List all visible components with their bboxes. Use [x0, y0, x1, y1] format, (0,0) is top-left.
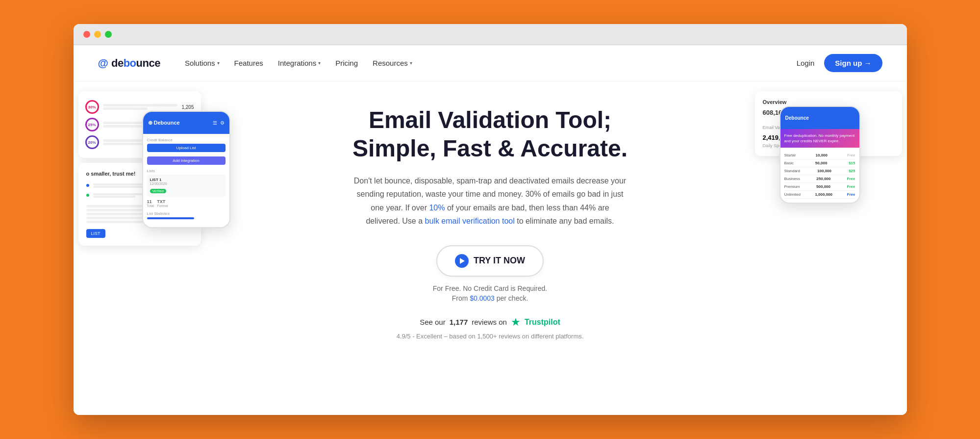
price-link[interactable]: $0.0003 [470, 294, 495, 302]
logo-icon: @ [98, 57, 108, 70]
logo-text: debounce [111, 57, 160, 70]
free-note: For Free. No Credit Card is Required. [270, 284, 711, 292]
play-triangle-icon [460, 258, 465, 264]
chevron-down-icon: ▾ [217, 60, 220, 66]
maximize-button-icon[interactable] [105, 31, 112, 38]
nav-item-solutions[interactable]: Solutions ▾ [185, 59, 220, 67]
minimize-button-icon[interactable] [94, 31, 101, 38]
price-note: From $0.0003 per check. [270, 294, 711, 302]
nav-item-resources[interactable]: Resources ▾ [373, 59, 412, 67]
nav-item-pricing[interactable]: Pricing [335, 59, 358, 67]
nav-actions: Login Sign up → [797, 54, 882, 72]
chevron-down-icon: ▾ [410, 60, 412, 66]
hero-title: Email Validation Tool; Simple, Fast & Ac… [270, 106, 711, 162]
trustpilot-logo: Trustpilot [525, 318, 560, 327]
close-button-icon[interactable] [83, 31, 90, 38]
nav-links: Solutions ▾ Features Integrations ▾ Pric… [185, 59, 797, 67]
play-icon [455, 254, 469, 268]
hero-description: Don't let bounce, disposable, spam-trap … [353, 174, 628, 228]
hero-center: Email Validation Tool; Simple, Fast & Ac… [74, 106, 907, 340]
logo[interactable]: @ debounce [98, 57, 160, 70]
trustpilot-star-icon: ★ [511, 316, 521, 329]
review-count: 1,177 [450, 318, 468, 326]
trustpilot-row: See our 1,177 reviews on ★ Trustpilot [270, 316, 711, 329]
signup-button[interactable]: Sign up → [824, 54, 882, 72]
hero-section: 30% 1,205 25% 1,205 [74, 81, 907, 415]
rating-note: 4.9/5 - Excellent – based on 1,500+ revi… [270, 333, 711, 340]
browser-chrome [74, 24, 907, 45]
nav-item-integrations[interactable]: Integrations ▾ [278, 59, 321, 67]
navbar: @ debounce Solutions ▾ Features Integrat… [74, 45, 907, 81]
nav-item-features[interactable]: Features [234, 59, 263, 67]
chevron-down-icon: ▾ [318, 60, 321, 66]
browser-window: @ debounce Solutions ▾ Features Integrat… [74, 24, 907, 415]
try-it-now-button[interactable]: TRY IT NOW [436, 245, 544, 277]
browser-content: @ debounce Solutions ▾ Features Integrat… [74, 45, 907, 415]
login-button[interactable]: Login [797, 59, 815, 67]
